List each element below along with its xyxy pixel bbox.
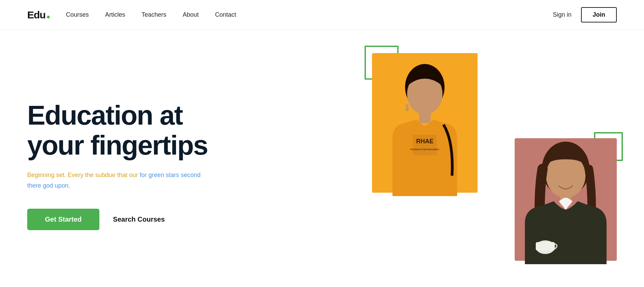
navbar: Edu Courses Articles Teachers About Cont… [0, 0, 644, 30]
hero-section: Education at your fingertips Beginning s… [0, 30, 644, 287]
logo-dot [47, 16, 50, 18]
nav-links: Courses Articles Teachers About Contact [66, 11, 553, 18]
svg-point-6 [405, 104, 409, 108]
search-courses-link[interactable]: Search Courses [113, 216, 165, 223]
nav-item-articles[interactable]: Articles [105, 11, 125, 18]
hero-images: RHAE Residence Hall Association [352, 39, 617, 278]
svg-point-7 [406, 108, 408, 111]
logo[interactable]: Edu [27, 9, 50, 21]
hero-title: Education at your fingertips [27, 100, 352, 160]
nav-item-teachers[interactable]: Teachers [142, 11, 166, 18]
join-button[interactable]: Join [581, 7, 617, 22]
svg-rect-12 [536, 242, 555, 251]
logo-text: Edu [27, 9, 46, 21]
svg-rect-2 [419, 113, 431, 123]
hero-image-card-1: RHAE Residence Hall Association [372, 53, 478, 200]
hero-actions: Get Started Search Courses [27, 209, 352, 230]
get-started-button[interactable]: Get Started [27, 209, 99, 230]
nav-item-about[interactable]: About [183, 11, 199, 18]
hero-image-card-2 [515, 138, 617, 268]
nav-right: Sign in Join [553, 7, 617, 22]
svg-text:RHAE: RHAE [416, 138, 433, 145]
hero-content: Education at your fingertips Beginning s… [27, 87, 352, 230]
hero-subtitle: Beginning set. Every the subdue that our… [27, 170, 204, 191]
nav-item-courses[interactable]: Courses [66, 11, 89, 18]
svg-text:Residence Hall Association: Residence Hall Association [410, 148, 439, 150]
person-2-illustration [515, 138, 617, 268]
nav-item-contact[interactable]: Contact [215, 11, 236, 18]
sign-in-button[interactable]: Sign in [553, 11, 571, 18]
person-1-illustration: RHAE Residence Hall Association [372, 53, 478, 200]
